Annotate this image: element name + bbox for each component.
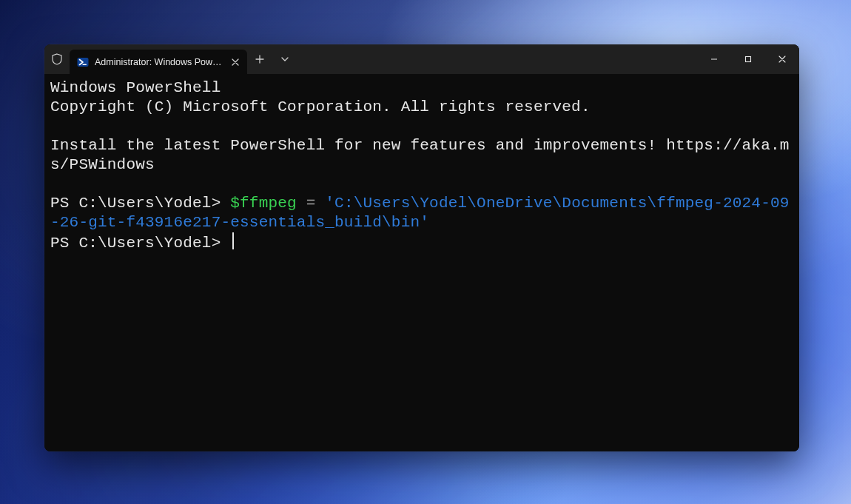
- chevron-down-icon: [281, 56, 289, 63]
- tab-title: Administrator: Windows PowerShell: [95, 57, 223, 67]
- prompt: PS C:\Users\Yodel>: [50, 195, 230, 212]
- ps-operator: =: [297, 195, 325, 212]
- command-line-1: PS C:\Users\Yodel> $ffmpeg = 'C:\Users\Y…: [50, 194, 793, 232]
- tab-powershell[interactable]: Administrator: Windows PowerShell: [70, 50, 247, 74]
- terminal-body[interactable]: Windows PowerShell Copyright (C) Microso…: [44, 74, 799, 451]
- minimize-icon: [710, 56, 718, 63]
- window-close-button[interactable]: [765, 44, 799, 74]
- command-line-2: PS C:\Users\Yodel>: [50, 232, 793, 253]
- tab-close-button[interactable]: [229, 56, 241, 69]
- maximize-icon: [744, 56, 752, 63]
- ps-variable: $ffmpeg: [230, 195, 297, 212]
- svg-rect-3: [746, 57, 751, 62]
- close-icon: [232, 58, 239, 66]
- powershell-icon: [77, 56, 89, 68]
- maximize-button[interactable]: [731, 44, 765, 74]
- blank-line: [50, 117, 793, 136]
- tab-dropdown-button[interactable]: [272, 44, 297, 74]
- new-tab-button[interactable]: [247, 44, 272, 74]
- terminal-window: Administrator: Windows PowerShell: [44, 44, 799, 451]
- titlebar[interactable]: Administrator: Windows PowerShell: [44, 44, 799, 74]
- banner-line-1: Windows PowerShell: [50, 78, 793, 98]
- cursor: [232, 232, 234, 249]
- admin-shield-icon: [44, 44, 70, 74]
- close-icon: [778, 56, 786, 63]
- plus-icon: [255, 55, 264, 64]
- blank-line: [50, 175, 793, 194]
- install-message: Install the latest PowerShell for new fe…: [50, 136, 793, 175]
- titlebar-drag-area[interactable]: [297, 44, 697, 74]
- minimize-button[interactable]: [697, 44, 731, 74]
- banner-line-2: Copyright (C) Microsoft Corporation. All…: [50, 98, 793, 117]
- shield-icon: [51, 53, 63, 65]
- prompt: PS C:\Users\Yodel>: [50, 235, 230, 252]
